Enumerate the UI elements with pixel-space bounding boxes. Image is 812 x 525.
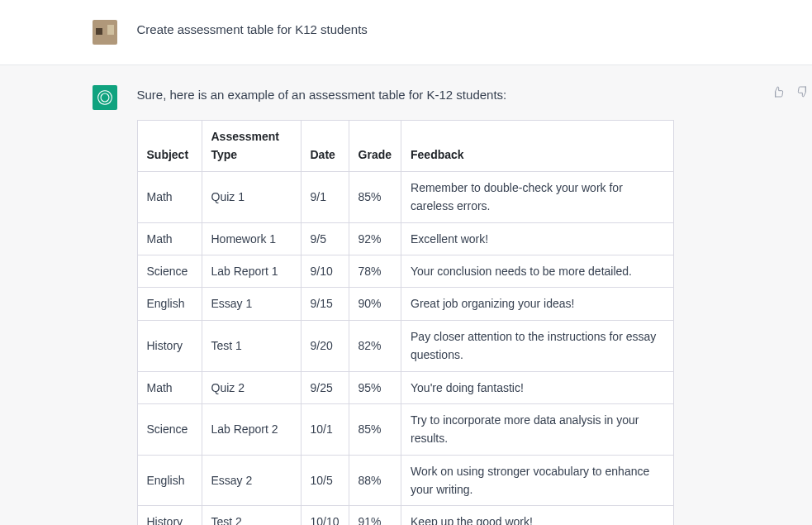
cell-subject: Math [137, 171, 202, 222]
table-row: MathHomework 19/592%Excellent work! [137, 222, 673, 255]
cell-type: Essay 2 [202, 455, 301, 506]
cell-date: 10/10 [301, 506, 349, 525]
table-row: MathQuiz 19/185%Remember to double-check… [137, 171, 673, 222]
cell-date: 10/5 [301, 455, 349, 506]
cell-date: 9/5 [301, 222, 349, 255]
cell-type: Test 1 [202, 320, 301, 371]
cell-subject: History [137, 506, 202, 525]
col-header-date: Date [301, 121, 349, 172]
cell-feedback: Remember to double-check your work for c… [401, 171, 673, 222]
cell-feedback: Work on using stronger vocabulary to enh… [401, 455, 673, 506]
chat-container: Create assessment table for K12 students [0, 0, 812, 525]
cell-feedback: You're doing fantastic! [401, 371, 673, 403]
table-row: HistoryTest 19/2082%Pay closer attention… [137, 320, 673, 371]
col-header-subject: Subject [137, 121, 202, 172]
table-header-row: Subject Assessment Type Date Grade Feedb… [137, 121, 673, 172]
cell-type: Essay 1 [202, 288, 301, 320]
cell-grade: 90% [349, 288, 401, 320]
cell-grade: 85% [349, 403, 401, 455]
table-row: ScienceLab Report 19/1078%Your conclusio… [137, 255, 673, 287]
assessment-table: Subject Assessment Type Date Grade Feedb… [137, 120, 674, 525]
cell-grade: 85% [349, 171, 401, 222]
cell-date: 9/20 [301, 320, 349, 371]
cell-grade: 88% [349, 455, 401, 506]
openai-logo-icon [96, 88, 114, 107]
cell-subject: English [137, 455, 202, 506]
cell-feedback: Excellent work! [401, 222, 673, 255]
table-row: EnglishEssay 19/1590%Great job organizin… [137, 288, 673, 320]
cell-feedback: Keep up the good work! [401, 506, 673, 525]
thumbs-down-icon [796, 85, 810, 102]
table-row: EnglishEssay 210/588%Work on using stron… [137, 455, 673, 506]
cell-feedback: Your conclusion needs to be more detaile… [401, 255, 673, 287]
svg-point-0 [101, 93, 109, 102]
cell-date: 9/1 [301, 171, 349, 222]
cell-subject: History [137, 320, 202, 371]
cell-grade: 82% [349, 320, 401, 371]
cell-subject: English [137, 288, 202, 320]
cell-subject: Math [137, 371, 202, 403]
cell-grade: 95% [349, 371, 401, 403]
cell-date: 9/15 [301, 288, 349, 320]
cell-type: Homework 1 [202, 222, 301, 255]
thumbs-up-button[interactable] [770, 85, 786, 102]
table-row: MathQuiz 29/2595%You're doing fantastic! [137, 371, 673, 403]
cell-type: Lab Report 1 [202, 255, 301, 287]
assistant-avatar [93, 85, 117, 110]
thumbs-up-icon [772, 85, 785, 102]
assessment-table-body: MathQuiz 19/185%Remember to double-check… [137, 171, 673, 525]
table-row: ScienceLab Report 210/185%Try to incorpo… [137, 403, 673, 455]
col-header-type: Assessment Type [202, 121, 301, 172]
assistant-message-row: Sure, here is an example of an assessmen… [0, 65, 812, 525]
cell-subject: Science [137, 255, 202, 287]
cell-feedback: Great job organizing your ideas! [401, 288, 673, 320]
cell-date: 9/25 [301, 371, 349, 403]
user-message-row: Create assessment table for K12 students [0, 0, 812, 65]
col-header-feedback: Feedback [401, 121, 673, 172]
cell-subject: Math [137, 222, 202, 255]
cell-type: Quiz 1 [202, 171, 301, 222]
cell-grade: 92% [349, 222, 401, 255]
user-message-text: Create assessment table for K12 students [137, 20, 700, 40]
cell-grade: 91% [349, 506, 401, 525]
cell-grade: 78% [349, 255, 401, 287]
cell-date: 9/10 [301, 255, 349, 287]
user-avatar [93, 20, 117, 45]
cell-type: Quiz 2 [202, 371, 301, 403]
cell-feedback: Try to incorporate more data analysis in… [401, 403, 673, 455]
col-header-grade: Grade [349, 121, 401, 172]
cell-feedback: Pay closer attention to the instructions… [401, 320, 673, 371]
cell-type: Lab Report 2 [202, 403, 301, 455]
cell-subject: Science [137, 403, 202, 455]
cell-date: 10/1 [301, 403, 349, 455]
cell-type: Test 2 [202, 506, 301, 525]
thumbs-down-button[interactable] [795, 85, 811, 102]
assistant-intro-text: Sure, here is an example of an assessmen… [137, 85, 700, 105]
feedback-controls [770, 85, 811, 102]
table-row: HistoryTest 210/1091%Keep up the good wo… [137, 506, 673, 525]
